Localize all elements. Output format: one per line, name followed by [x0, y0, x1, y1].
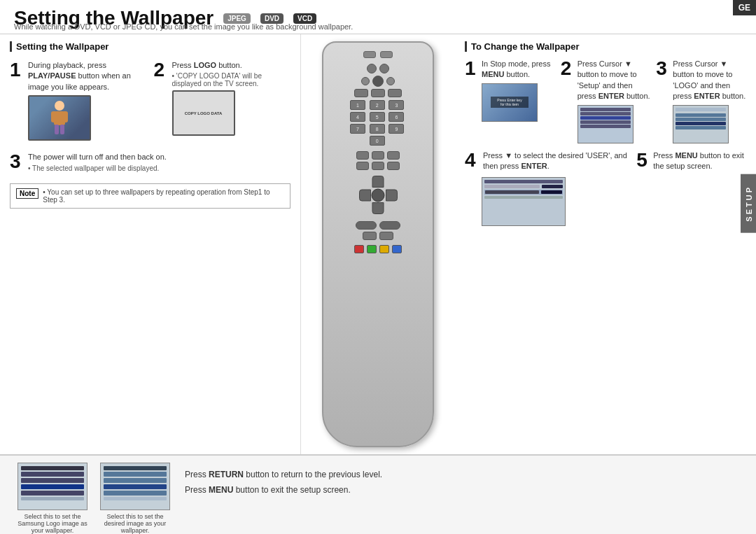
- change-steps-row-1-2-3: 1 In Stop mode, press MENU button. Press…: [465, 59, 746, 143]
- t2-line-4: [104, 491, 167, 496]
- header: Setting the Wallpaper JPEG DVD VCD GE Wh…: [0, 0, 756, 34]
- change-step-1-text: In Stop mode, press MENU button.: [482, 59, 555, 80]
- thumb-block-2: Select this to set the desired image as …: [97, 463, 174, 534]
- s4-r1-text: [484, 185, 540, 188]
- left-panel: Setting the Wallpaper 1 During playback,…: [0, 34, 301, 454]
- step-1-images: [28, 95, 147, 141]
- dpad-left-btn[interactable]: [359, 189, 371, 201]
- remote-num-3[interactable]: 3: [388, 100, 404, 110]
- copy-logo-note: • 'COPY LOGO DATA' will be displayed on …: [172, 72, 291, 87]
- step-2-number: 2: [154, 60, 168, 80]
- change-step-2-text: Press Cursor ▼ button to move to 'Setup'…: [578, 59, 651, 102]
- remote-return-btn[interactable]: [356, 221, 377, 230]
- svg-rect-3: [62, 111, 68, 122]
- step-2-block: 2 Press LOGO button. • 'COPY LOGO DATA' …: [154, 60, 291, 136]
- remote-yellow-btn[interactable]: [379, 245, 389, 253]
- dpad-enter-btn[interactable]: [372, 188, 385, 202]
- m3-line-2: [676, 118, 726, 121]
- change-step-1-num: 1: [465, 59, 479, 78]
- remote-num-9[interactable]: 9: [388, 124, 404, 134]
- t2-line-2: [104, 478, 167, 483]
- step-4-menu: [482, 178, 565, 225]
- remote-nav-section: [329, 64, 427, 97]
- dpad-right-btn[interactable]: [386, 189, 398, 201]
- thumb-screen-1: [18, 463, 88, 510]
- t2-header: [104, 466, 167, 470]
- remote-misc-1[interactable]: [354, 89, 368, 97]
- remote-func-2[interactable]: [372, 151, 384, 160]
- setup-tab: SETUP: [741, 174, 756, 233]
- menu-line-2: [580, 112, 631, 115]
- remote-rew-btn[interactable]: [361, 77, 370, 85]
- menu-screen-text: Press Enter keyfor this item: [491, 97, 529, 108]
- remote-func-4[interactable]: [356, 162, 369, 170]
- remote-func-5[interactable]: [372, 162, 384, 170]
- remote-misc-3[interactable]: [388, 89, 402, 97]
- remote-mute-btn[interactable]: [379, 232, 393, 240]
- remote-btn-2[interactable]: [379, 64, 389, 73]
- remote-btn-1[interactable]: [367, 64, 377, 73]
- remote-power-btn[interactable]: [363, 51, 376, 58]
- step-1-number: 1: [10, 60, 24, 80]
- remote-bottom-row-1: [356, 221, 400, 230]
- t1-line-1: [21, 472, 84, 477]
- step-4-screen: [482, 177, 566, 226]
- s4-status: [484, 196, 563, 199]
- change-step-1-screen-wrap: Press Enter keyfor this item: [482, 83, 555, 122]
- remote-play-row: [361, 76, 395, 87]
- remote-blue-btn[interactable]: [392, 245, 402, 253]
- remote-play-btn[interactable]: [372, 76, 384, 87]
- remote-num-7[interactable]: 7: [350, 124, 365, 134]
- remote-num-4[interactable]: 4: [350, 112, 365, 122]
- thumb-2-menu: [101, 463, 169, 510]
- remote-num-1[interactable]: 1: [350, 100, 365, 110]
- remote-green-btn[interactable]: [367, 245, 377, 253]
- menu-line-3-active: [580, 116, 631, 120]
- change-step-3-screen: [673, 105, 729, 143]
- dpad-down-btn[interactable]: [372, 202, 384, 214]
- thumb-screen-2: [100, 463, 170, 510]
- change-step-2-num: 2: [561, 59, 575, 78]
- remote-num-6[interactable]: 6: [388, 112, 404, 122]
- step-1-screen: [28, 95, 91, 141]
- bottom-area: Select this to set the Samsung Logo imag…: [0, 454, 756, 534]
- remote-misc-2[interactable]: [371, 89, 385, 97]
- step-5-block: 5 Press MENU button to exit the setup sc…: [636, 150, 746, 172]
- remote-num-8[interactable]: 8: [370, 124, 385, 134]
- s4-header: [484, 180, 563, 183]
- bottom-notes: Press RETURN button to return to the pre…: [185, 463, 742, 495]
- t2-line-1: [104, 472, 167, 477]
- step-2-text: Press LOGO button.: [172, 60, 291, 71]
- remote-num-5[interactable]: 5: [370, 112, 385, 122]
- remote-open-btn[interactable]: [380, 51, 393, 58]
- remote-num-2[interactable]: 2: [370, 100, 385, 110]
- remote-red-btn[interactable]: [354, 245, 364, 253]
- note-text: • You can set up to three wallpapers by …: [43, 188, 284, 204]
- change-step-3-text: Press Cursor ▼ button to move to 'LOGO' …: [673, 59, 746, 102]
- remote-row-1: [367, 64, 389, 73]
- change-step-1-screen: Press Enter keyfor this item: [482, 83, 538, 122]
- remote-ff-btn[interactable]: [386, 77, 395, 85]
- change-step-3-menu: [673, 106, 728, 143]
- menu-line-4: [580, 120, 631, 124]
- remote-num-0[interactable]: 0: [370, 136, 385, 146]
- note-label: Note: [16, 188, 38, 199]
- right-section-title: To Change the Wallpaper: [465, 41, 746, 52]
- thumb-1-label: Select this to set the Samsung Logo imag…: [14, 513, 91, 534]
- dpad-up-btn[interactable]: [372, 176, 384, 188]
- remote-bottom-row-2: [363, 232, 393, 240]
- step-3-content: The power will turn off and then back on…: [28, 152, 167, 171]
- remote-func-3[interactable]: [387, 151, 400, 160]
- remote-center: 1 2 3 4 5 6 7 8 9 0: [301, 34, 455, 454]
- ge-badge: GE: [733, 0, 756, 15]
- svg-rect-4: [55, 125, 59, 134]
- step-4-content: 4 Press ▼ to select the desired 'USER', …: [465, 150, 629, 172]
- remote-vol-btn[interactable]: [363, 232, 377, 240]
- remote-menu-btn[interactable]: [379, 221, 400, 230]
- change-step-2: 2 Press Cursor ▼ button to move to 'Setu…: [561, 59, 651, 143]
- remote-func-6[interactable]: [387, 162, 400, 170]
- change-step-1-screen-bg: Press Enter keyfor this item: [482, 84, 537, 121]
- person-figure-icon: [46, 99, 74, 137]
- change-step-3-screen-wrap: [673, 105, 746, 143]
- remote-func-1[interactable]: [356, 151, 369, 160]
